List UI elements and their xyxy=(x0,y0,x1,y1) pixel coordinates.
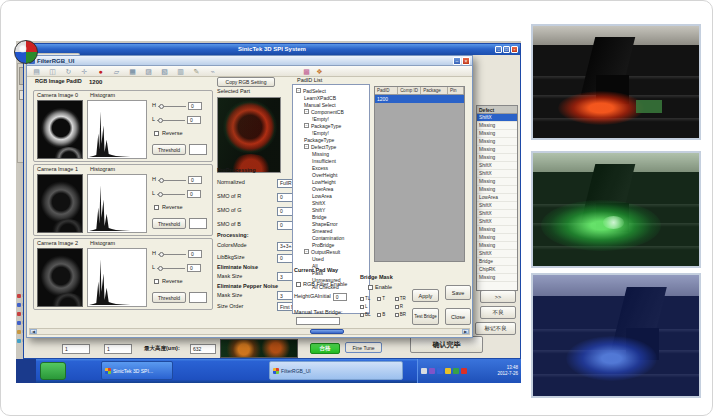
tree-item[interactable]: − OverArea xyxy=(293,185,369,192)
defect-row[interactable]: ShiftX xyxy=(477,210,517,218)
manual-test-bridge-input[interactable] xyxy=(296,317,340,325)
defect-row[interactable]: Bridge xyxy=(477,258,517,266)
scroll-right-icon[interactable]: ▶ xyxy=(462,329,469,334)
threshold-button[interactable]: Threshold xyxy=(152,144,186,155)
status-value-2[interactable]: 1 xyxy=(104,344,132,354)
reverse-checkbox[interactable] xyxy=(154,279,159,284)
pad-list-column[interactable]: PadID xyxy=(375,87,398,94)
tree-item[interactable]: − LowArea xyxy=(293,192,369,199)
defect-row[interactable]: Missing xyxy=(477,178,517,186)
height-initial-value[interactable]: 0 xyxy=(333,293,347,301)
bridge-mask-checkbox[interactable] xyxy=(377,297,381,301)
tree-item[interactable]: − ShiftX xyxy=(293,199,369,206)
more-button[interactable]: >> xyxy=(480,290,516,303)
fine-tune-button[interactable]: Fine Tune xyxy=(345,342,382,353)
tree-item[interactable]: − ComponentCB xyxy=(293,108,369,115)
tree-item[interactable]: − Missing xyxy=(293,150,369,157)
expander-icon[interactable]: − xyxy=(304,109,309,114)
defect-row[interactable]: ShiftX xyxy=(477,218,517,226)
l-value[interactable]: 0 xyxy=(187,190,201,198)
pass-button[interactable]: 合格 xyxy=(310,343,340,354)
threshold-button[interactable]: Threshold xyxy=(152,292,186,303)
close-button[interactable]: Close xyxy=(445,308,471,325)
tree-item[interactable]: − Contamination xyxy=(293,234,369,241)
h-value[interactable]: 0 xyxy=(188,102,202,110)
defect-row[interactable]: Missing xyxy=(477,186,517,194)
close-icon[interactable]: × xyxy=(511,46,518,53)
status-value-1[interactable]: 1 xyxy=(62,344,90,354)
bridge-mask-checkbox[interactable] xyxy=(395,305,399,309)
taskbar-item-main[interactable]: SinicTek 3D SPI... xyxy=(101,361,173,380)
l-value[interactable]: 0 xyxy=(187,264,201,272)
tree-item[interactable]: − ShiftY xyxy=(293,206,369,213)
pad-list-column[interactable]: Package xyxy=(421,87,448,94)
defect-row[interactable]: ShiftX xyxy=(477,114,517,122)
mark-ng-button[interactable]: 标记不良 xyxy=(475,322,516,335)
save-button[interactable]: Save xyxy=(445,285,471,300)
defect-row[interactable]: ShiftX xyxy=(477,170,517,178)
defect-row[interactable]: Missing xyxy=(477,234,517,242)
bridge-mask-checkbox[interactable] xyxy=(360,297,364,301)
h-value[interactable]: 0 xyxy=(188,176,202,184)
bridge-mask-checkbox[interactable] xyxy=(377,313,381,317)
tree-item[interactable]: − Manual Select xyxy=(293,101,369,108)
defect-row[interactable]: Missing xyxy=(477,154,517,162)
tree-item[interactable]: − DefectType xyxy=(293,143,369,150)
tree-item[interactable]: − Excess xyxy=(293,164,369,171)
reverse-checkbox[interactable] xyxy=(154,205,159,210)
defect-row[interactable]: ChipRK xyxy=(477,266,517,274)
bridge-mask-checkbox[interactable] xyxy=(360,305,364,309)
defect-row[interactable]: Missing xyxy=(477,274,517,282)
slider-thumb[interactable] xyxy=(159,178,164,183)
tree-item[interactable]: − ProBridge xyxy=(293,241,369,248)
tree-item[interactable]: − PadSelect xyxy=(293,87,369,94)
main-window-titlebar[interactable]: SinicTek 3D SPI System – □ × xyxy=(24,44,520,55)
slider-thumb[interactable] xyxy=(159,252,164,257)
pad-list-column[interactable]: Comp ID xyxy=(398,87,421,94)
tree-item[interactable]: − LowHeight xyxy=(293,178,369,185)
pad-list-selected-row[interactable]: 1200 xyxy=(375,95,464,103)
l-value[interactable]: 0 xyxy=(187,116,201,124)
defect-row[interactable]: Missing xyxy=(477,242,517,250)
slider-thumb[interactable] xyxy=(158,192,163,197)
bridge-mask-enable-checkbox[interactable] xyxy=(368,285,373,290)
defect-row[interactable]: Missing xyxy=(477,138,517,146)
slider-thumb[interactable] xyxy=(158,118,163,123)
h-slider[interactable] xyxy=(158,180,186,181)
tree-item[interactable]: − Used xyxy=(293,255,369,262)
slider-thumb[interactable] xyxy=(159,104,164,109)
tray-icon-update[interactable] xyxy=(445,368,451,374)
tree-item[interactable]: − LearnXPadCB xyxy=(293,94,369,101)
tray-icon-antivirus[interactable] xyxy=(453,368,459,374)
tray-icon-alert[interactable] xyxy=(461,368,467,374)
h-value[interactable]: 0 xyxy=(188,250,202,258)
l-slider[interactable] xyxy=(157,194,185,195)
tray-icon-ime[interactable] xyxy=(429,368,435,374)
ng-button[interactable]: 不良 xyxy=(480,306,516,319)
reverse-checkbox[interactable] xyxy=(154,131,159,136)
maximize-icon[interactable]: □ xyxy=(503,46,510,53)
taskbar-item-dialog[interactable]: FilterRGB_UI xyxy=(269,361,403,380)
start-button[interactable] xyxy=(40,362,66,380)
horizontal-scrollbar[interactable]: ◀ ▶ xyxy=(29,328,470,335)
tree-item[interactable]: − PackageType xyxy=(293,122,369,129)
threshold-value[interactable] xyxy=(189,218,207,229)
expander-icon[interactable]: − xyxy=(304,123,309,128)
tree-item[interactable]: − Insufficient xyxy=(293,157,369,164)
tree-item[interactable]: − OutputResult xyxy=(293,248,369,255)
tray-icon-display[interactable] xyxy=(437,368,443,374)
threshold-button[interactable]: Threshold xyxy=(152,218,186,229)
expander-icon[interactable]: − xyxy=(296,88,301,93)
defect-row[interactable]: ShiftX xyxy=(477,202,517,210)
tree-item[interactable]: − !Empty! xyxy=(293,129,369,136)
bridge-mask-checkbox[interactable] xyxy=(360,313,364,317)
defect-row[interactable]: Missing xyxy=(477,226,517,234)
test-bridge-button[interactable]: Test Bridge xyxy=(412,308,439,325)
l-slider[interactable] xyxy=(157,120,185,121)
rgb-filter-checkbox[interactable] xyxy=(296,282,301,287)
defect-row[interactable]: Missing xyxy=(477,130,517,138)
apply-button[interactable]: Apply xyxy=(412,289,439,302)
defect-row[interactable]: ShiftX xyxy=(477,250,517,258)
h-slider[interactable] xyxy=(158,254,186,255)
defect-table-header[interactable]: Defect xyxy=(477,106,517,114)
